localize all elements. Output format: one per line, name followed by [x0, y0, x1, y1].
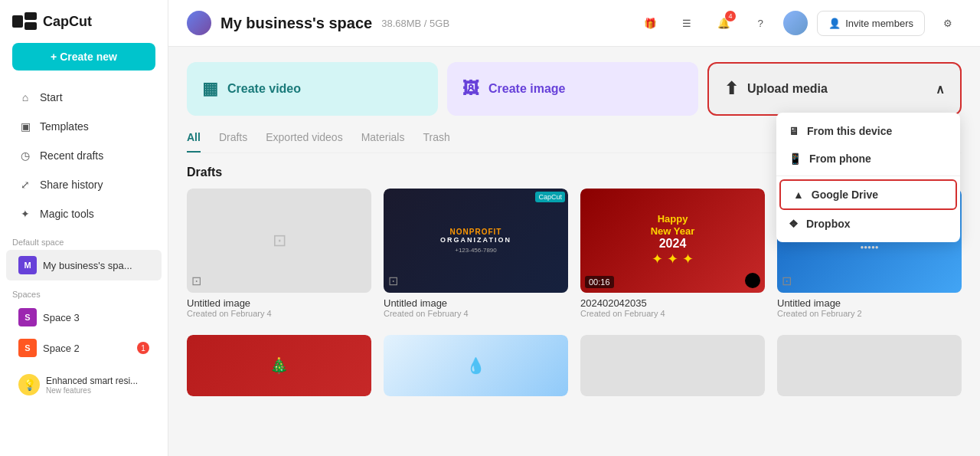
sidebar-label-start: Start	[40, 91, 63, 103]
image-type-icon-2: ⊡	[388, 274, 398, 288]
workspace-avatar	[187, 11, 211, 35]
logo-text: CapCut	[43, 14, 92, 30]
smart-feature-icon: 💡	[18, 374, 40, 395]
image-type-icon-4: ⊡	[782, 274, 792, 288]
dropbox-label: Dropbox	[806, 218, 851, 230]
clock-icon: ◷	[18, 149, 32, 162]
media-thumb-2: NONPROFIT ORGANIZATION +123-456-7890 Cap…	[384, 189, 568, 293]
from-phone-item[interactable]: 📱 From phone	[776, 145, 960, 172]
upload-media-card[interactable]: ⬆ Upload media ∧ 🖥 From this device 📱 Fr…	[707, 62, 962, 116]
media-card-6[interactable]: 💧	[384, 335, 568, 396]
sidebar-item-recent-drafts[interactable]: ◷ Recent drafts	[6, 141, 162, 170]
media-thumb-8	[777, 335, 962, 396]
from-phone-label: From phone	[809, 153, 871, 165]
space2-badge: 1	[137, 342, 149, 354]
sidebar-label-share-history: Share history	[40, 179, 103, 191]
action-bar: ▦ Create video 🖼 Create image ⬆ Upload m…	[187, 62, 962, 116]
tab-drafts[interactable]: Drafts	[219, 131, 247, 153]
help-button[interactable]: ?	[746, 9, 774, 37]
create-video-icon: ▦	[202, 79, 218, 99]
main-nav: ⌂ Start ▣ Templates ◷ Recent drafts ⤢ Sh…	[0, 83, 168, 228]
media-date-1: Created on February 4	[187, 309, 371, 318]
create-video-card[interactable]: ▦ Create video	[187, 62, 438, 116]
media-card-1[interactable]: ⊡ ⊡ Untitled image Created on February 4	[187, 189, 371, 323]
media-card-5[interactable]: 🎄	[187, 335, 371, 396]
space2-avatar: S	[18, 339, 37, 357]
image-type-icon: ⊡	[191, 274, 201, 288]
media-thumb-5: 🎄	[187, 335, 371, 396]
sidebar-label-templates: Templates	[40, 120, 89, 133]
media-card-2[interactable]: NONPROFIT ORGANIZATION +123-456-7890 Cap…	[384, 189, 568, 323]
default-space-item[interactable]: M My business's spa...	[6, 250, 162, 280]
smart-feature-sub: New features	[46, 386, 138, 395]
from-device-item[interactable]: 🖥 From this device	[776, 117, 960, 145]
media-date-2: Created on February 4	[384, 309, 568, 318]
media-card-7[interactable]	[580, 335, 765, 396]
sidebar-item-templates[interactable]: ▣ Templates	[6, 112, 162, 141]
topbar: My business's space 38.68MB / 5GB 🎁 ☰ 🔔 …	[168, 0, 980, 47]
media-name-1: Untitled image	[187, 297, 371, 309]
logo: CapCut	[0, 12, 168, 43]
layout-icon: ▣	[18, 120, 32, 133]
space3-item[interactable]: S Space 3	[6, 302, 162, 333]
default-space-avatar: M	[18, 256, 37, 274]
space-storage: 38.68MB / 5GB	[381, 18, 449, 29]
create-image-label: Create image	[488, 82, 566, 96]
sidebar-label-magic-tools: Magic tools	[40, 208, 94, 220]
gift-button[interactable]: 🎁	[636, 9, 664, 37]
dropdown-divider	[776, 176, 960, 176]
media-thumb-7	[580, 335, 765, 396]
wand-icon: ✦	[18, 207, 32, 221]
default-space-label: Default space	[0, 228, 168, 250]
tab-trash[interactable]: Trash	[423, 131, 449, 153]
scissors-icon: ✂	[745, 273, 760, 288]
upload-dropdown: 🖥 From this device 📱 From phone ▲ Google…	[776, 113, 960, 242]
media-card-8[interactable]	[777, 335, 962, 396]
share-icon: ⤢	[18, 178, 32, 192]
media-thumb-3: Happy New Year 2024 ✦ ✦ ✦ 00:16 ✂	[580, 189, 765, 293]
notification-badge: 4	[725, 11, 736, 21]
space2-name: Space 2	[43, 343, 131, 354]
from-device-label: From this device	[807, 125, 892, 137]
sidebar-item-share-history[interactable]: ⤢ Share history	[6, 170, 162, 199]
svg-rect-0	[12, 15, 23, 28]
capcut-logo-icon	[12, 12, 37, 31]
dropbox-icon: ❖	[789, 218, 799, 230]
chevron-up-icon: ∧	[936, 82, 945, 97]
space3-name: Space 3	[43, 312, 149, 323]
space-title: My business's space	[220, 15, 372, 32]
google-drive-item[interactable]: ▲ Google Drive	[779, 179, 957, 210]
home-icon: ⌂	[18, 90, 32, 104]
tab-materials[interactable]: Materials	[361, 131, 405, 153]
default-space-name: My business's spa...	[43, 260, 149, 271]
menu-button[interactable]: ☰	[673, 9, 701, 37]
monitor-icon: 🖥	[789, 125, 799, 137]
sidebar-item-magic-tools[interactable]: ✦ Magic tools	[6, 199, 162, 228]
sidebar-label-recent-drafts: Recent drafts	[40, 149, 103, 162]
upload-icon: ⬆	[724, 79, 738, 99]
media-thumb-1: ⊡ ⊡	[187, 189, 371, 293]
user-avatar[interactable]	[783, 11, 808, 35]
content-area: ▦ Create video 🖼 Create image ⬆ Upload m…	[168, 47, 980, 456]
media-card-3[interactable]: Happy New Year 2024 ✦ ✦ ✦ 00:16 ✂ 202402…	[580, 189, 765, 323]
smart-feature-title: Enhanced smart resi...	[46, 376, 138, 386]
smart-feature-item[interactable]: 💡 Enhanced smart resi... New features	[6, 369, 162, 400]
invite-members-button[interactable]: 👤 Invite members	[817, 11, 925, 36]
media-thumb-6: 💧	[384, 335, 568, 396]
drive-icon: ▲	[793, 189, 804, 201]
media-date-3: Created on February 4	[580, 309, 765, 318]
tab-exported[interactable]: Exported videos	[266, 131, 342, 153]
main-content: My business's space 38.68MB / 5GB 🎁 ☰ 🔔 …	[168, 0, 980, 456]
dropbox-item[interactable]: ❖ Dropbox	[776, 210, 960, 238]
media-name-3: 202402042035	[580, 297, 765, 309]
settings-button[interactable]: ⚙	[934, 9, 962, 37]
tab-all[interactable]: All	[187, 131, 201, 153]
google-drive-label: Google Drive	[812, 189, 878, 201]
space2-item[interactable]: S Space 2 1	[6, 333, 162, 363]
video-duration-3: 00:16	[585, 276, 614, 288]
invite-label: Invite members	[845, 18, 913, 29]
notification-button[interactable]: 🔔 4	[710, 9, 737, 37]
create-image-card[interactable]: 🖼 Create image	[447, 62, 698, 116]
sidebar-item-start[interactable]: ⌂ Start	[6, 83, 162, 112]
create-new-button[interactable]: + Create new	[12, 43, 155, 71]
